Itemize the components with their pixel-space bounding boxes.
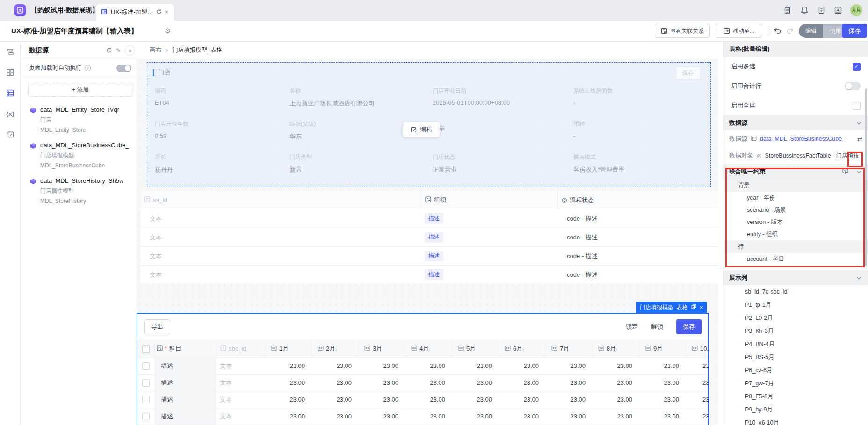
export-button[interactable]: 导出 <box>144 319 170 334</box>
entry-table[interactable]: 导出 锁定 解锁 保存 * 科目 T sbc_id <box>137 313 709 425</box>
month-column-header[interactable]: 8月 <box>592 340 639 357</box>
month-column-header[interactable]: 1月 <box>265 340 311 357</box>
row-checkbox[interactable] <box>142 413 150 420</box>
month-value-cell[interactable]: 23.00 <box>639 408 686 425</box>
month-value-cell[interactable]: 23.00 <box>265 375 311 391</box>
display-column-item[interactable]: P1_tp-1月 <box>723 298 868 311</box>
sbc-cell[interactable]: 文本 <box>216 391 265 408</box>
status-table-row[interactable]: 文本描述code - 描述 <box>140 209 718 228</box>
user-avatar[interactable]: 月月 <box>850 4 862 16</box>
month-column-header[interactable]: 4月 <box>405 340 452 357</box>
redo-icon[interactable] <box>786 26 795 36</box>
status-col-flow[interactable]: ◎ 流程状态 <box>557 191 718 209</box>
month-column-header[interactable]: 2月 <box>311 340 358 357</box>
month-value-cell[interactable]: 23.00 <box>686 358 709 374</box>
swap-datasource-icon[interactable]: ⇄ <box>857 136 862 143</box>
month-column-header[interactable]: 10月 <box>686 340 709 357</box>
columns-section-header[interactable]: 展示列 <box>723 270 868 285</box>
month-value-cell[interactable]: 23.00 <box>405 358 452 374</box>
display-column-item[interactable]: P7_gw-7月 <box>723 377 868 390</box>
month-value-cell[interactable]: 23.00 <box>311 375 358 391</box>
lock-button[interactable]: 锁定 <box>626 323 638 331</box>
month-value-cell[interactable]: 23.00 <box>405 391 452 408</box>
datasource-item[interactable]: data_MDL_Entity_Store_IVqr门店MDL_Entity_S… <box>21 102 140 138</box>
store-detail-form[interactable]: 门店 保存 编码ET04名称上海新亚广场长城酒店有限公司门店开业日期2025-0… <box>147 62 711 187</box>
month-value-cell[interactable]: 23.00 <box>592 375 639 391</box>
active-page-tab[interactable]: UX-标准-加盟... × <box>96 4 174 21</box>
unique-section-header[interactable]: 联合唯一约束 <box>723 164 868 179</box>
move-to-button[interactable]: 移动至... <box>716 24 762 38</box>
month-value-cell[interactable]: 23.00 <box>358 375 405 391</box>
display-column-item[interactable]: P5_BS-5月 <box>723 351 868 364</box>
row-checkbox[interactable] <box>142 396 150 403</box>
month-value-cell[interactable]: 23.00 <box>265 358 311 374</box>
month-value-cell[interactable]: 23.00 <box>639 358 686 374</box>
form-edit-button[interactable]: 编辑 <box>403 122 440 137</box>
month-column-header[interactable]: 7月 <box>545 340 592 357</box>
subject-cell[interactable]: 描述 <box>154 375 216 391</box>
month-value-cell[interactable]: 23.00 <box>265 391 311 408</box>
month-value-cell[interactable]: 23.00 <box>545 408 592 425</box>
rail-notes-icon[interactable] <box>0 124 21 144</box>
month-value-cell[interactable]: 23.00 <box>592 408 639 425</box>
status-table-row[interactable]: 文本描述code - 描述 <box>140 247 718 266</box>
rail-outline-icon[interactable] <box>0 42 21 62</box>
row-checkbox[interactable] <box>142 379 150 387</box>
display-column-item[interactable]: P6_cv-6月 <box>723 364 868 377</box>
constraint-item[interactable]: version - 版本 <box>723 216 868 228</box>
subject-cell[interactable]: 描述 <box>154 391 216 408</box>
row-checkbox[interactable] <box>142 362 150 370</box>
constraint-item[interactable]: entity - 组织 <box>723 228 868 240</box>
month-value-cell[interactable]: 23.00 <box>358 358 405 374</box>
form-ghost-save-button[interactable]: 保存 <box>676 66 700 79</box>
select-all-checkbox[interactable] <box>142 345 150 353</box>
unique-config-icon[interactable] <box>842 167 849 176</box>
subject-column-header[interactable]: * 科目 <box>154 340 216 357</box>
display-column-item[interactable]: P2_L0-2月 <box>723 311 868 324</box>
constraint-item[interactable]: account - 科目 <box>723 253 868 265</box>
month-value-cell[interactable]: 23.00 <box>358 408 405 425</box>
constraint-item[interactable]: year - 年份 <box>723 192 868 204</box>
month-value-cell[interactable]: 23.00 <box>452 408 499 425</box>
month-value-cell[interactable]: 23.00 <box>499 391 545 408</box>
subject-cell[interactable]: 描述 <box>154 408 216 425</box>
app-logo-icon[interactable] <box>14 4 26 16</box>
month-value-cell[interactable]: 23.00 <box>592 358 639 374</box>
tab-close-icon[interactable]: × <box>165 9 168 15</box>
display-column-item[interactable]: P4_BN-4月 <box>723 338 868 351</box>
notifications-bell-icon[interactable] <box>800 6 809 15</box>
month-value-cell[interactable]: 23.00 <box>545 391 592 408</box>
month-value-cell[interactable]: 23.00 <box>265 408 311 425</box>
datasource-refresh-icon[interactable] <box>104 46 114 55</box>
inspector-scrollbar[interactable] <box>865 88 867 266</box>
org-tag[interactable]: 描述 <box>425 213 443 224</box>
display-column-item[interactable]: P10_x6-10月 <box>723 416 868 425</box>
month-value-cell[interactable]: 23.00 <box>639 375 686 391</box>
undo-icon[interactable] <box>773 26 782 36</box>
month-value-cell[interactable]: 23.00 <box>452 375 499 391</box>
entry-table-row[interactable]: 描述文本23.0023.0023.0023.0023.0023.0023.002… <box>137 408 709 425</box>
table-save-button[interactable]: 保存 <box>676 319 702 334</box>
datasource-link[interactable]: data_MDL_StoreBusinessCube_SyfS-... <box>760 136 843 142</box>
month-value-cell[interactable]: 23.00 <box>452 358 499 374</box>
month-value-cell[interactable]: 23.00 <box>311 391 358 408</box>
rail-variables-icon[interactable]: {x} <box>0 103 21 124</box>
month-value-cell[interactable]: 23.00 <box>405 375 452 391</box>
sbc-cell[interactable]: 文本 <box>216 408 265 425</box>
add-datasource-button[interactable]: + 添加 <box>28 83 132 97</box>
month-value-cell[interactable]: 23.00 <box>499 375 545 391</box>
display-column-item[interactable]: P3_Kh-3月 <box>723 324 868 338</box>
month-column-header[interactable]: 3月 <box>358 340 405 357</box>
panel-collapse-icon[interactable]: « <box>125 45 135 56</box>
datasource-section-header[interactable]: 数据源 <box>723 115 868 130</box>
month-value-cell[interactable]: 23.00 <box>545 375 592 391</box>
save-button[interactable]: 保存 <box>842 24 867 38</box>
month-column-header[interactable]: 6月 <box>499 340 545 357</box>
month-value-cell[interactable]: 23.00 <box>686 391 709 408</box>
datasource-item[interactable]: data_MDL_StoreHistory_Sh5w门店属性模型MDL_Stor… <box>21 173 140 209</box>
inbox-download-icon[interactable] <box>833 6 843 15</box>
status-table-row[interactable]: 文本描述code - 描述 <box>140 266 718 284</box>
breadcrumb-root[interactable]: 画布 <box>150 46 161 54</box>
entry-table-row[interactable]: 描述文本23.0023.0023.0023.0023.0023.0023.002… <box>137 358 709 375</box>
copy-icon[interactable] <box>691 304 696 310</box>
